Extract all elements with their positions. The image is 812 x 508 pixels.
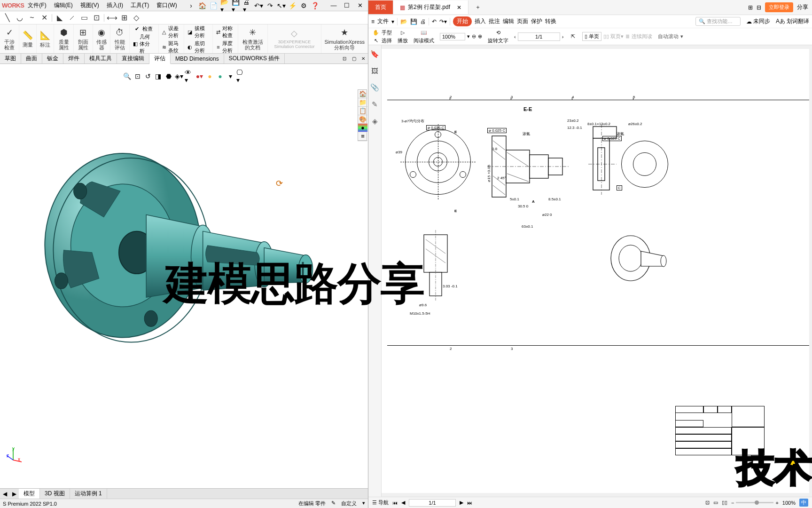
zoom-in-icon[interactable]: +	[775, 500, 778, 506]
ribbon-geometry[interactable]: ◧几何体分析	[132, 33, 156, 55]
redo-icon[interactable]: ↷	[265, 1, 275, 10]
ribbon-check-active[interactable]: ✳检查激活的文档	[238, 24, 268, 53]
arc-icon[interactable]: ◡	[15, 13, 24, 23]
pdf-page[interactable]: 2 3 4 5 E-E 3-⌀7均匀分布 ⌀ 0	[382, 49, 809, 493]
options-icon[interactable]: ⚙	[299, 1, 309, 10]
library-icon[interactable]: 📋	[358, 107, 367, 115]
grid-view-icon[interactable]: ⊞	[748, 4, 753, 11]
help-icon[interactable]: ❓	[311, 1, 320, 10]
single-page-button[interactable]: ▯ 单页	[582, 32, 601, 41]
ribbon-symmetry[interactable]: ⇄对称检查	[215, 24, 236, 40]
print-icon[interactable]: 🖨▾	[243, 1, 252, 10]
appearance-icon[interactable]: ●▾	[195, 71, 204, 81]
display-icon[interactable]: 🖵▾	[236, 71, 246, 81]
unsync-button[interactable]: ☁ 未同步	[746, 17, 770, 25]
zoom-slider[interactable]: − +	[731, 500, 779, 506]
inner-close-icon[interactable]: ✕	[359, 54, 368, 64]
rebuild-icon[interactable]: ⚡	[288, 1, 297, 10]
tab-mbd[interactable]: MBD Dimensions	[171, 54, 224, 64]
ribbon-interference[interactable]: ✓干涉检查	[0, 24, 19, 53]
fit-width-icon[interactable]: ⊡	[705, 500, 710, 506]
search-input[interactable]: 🔍 查找功能…	[695, 17, 741, 26]
inner-max-icon[interactable]: ▢	[349, 54, 359, 64]
next-tab-icon[interactable]: ▶	[9, 491, 19, 497]
read-mode-button[interactable]: 📖阅读模式	[414, 29, 434, 44]
bookmark-icon[interactable]: 🔖	[370, 50, 379, 58]
page-input[interactable]	[518, 32, 560, 41]
ribbon-section[interactable]: ⊞剖面属性	[74, 24, 93, 53]
new-icon[interactable]: 📄	[209, 1, 219, 10]
ribbon-mass[interactable]: ⬢质量属性	[54, 24, 73, 53]
units-label[interactable]: 自定义	[341, 500, 357, 507]
new-tab[interactable]: ＋	[468, 0, 487, 14]
tab-addins[interactable]: SOLIDWORKS 插件	[224, 54, 285, 64]
open-icon[interactable]: 📂▾	[220, 1, 230, 10]
tab-evaluate[interactable]: 评估	[149, 54, 171, 64]
view-orient-icon[interactable]: ⬣	[164, 71, 173, 81]
grid-icon[interactable]: ⊞	[119, 13, 129, 23]
continuous-button[interactable]: ≣ 连续阅读	[625, 33, 652, 40]
menu-tools[interactable]: 工具(T)	[127, 1, 153, 9]
ribbon-annotate[interactable]: 📐标注	[37, 24, 54, 53]
play-button[interactable]: ▷播放	[398, 29, 408, 44]
menu-edit[interactable]: 编辑(E)	[50, 1, 77, 9]
undo-icon[interactable]: ↶	[432, 18, 437, 25]
menu-insert[interactable]: 插入(I)	[103, 1, 127, 9]
sign-icon[interactable]: ✎	[372, 100, 378, 109]
line-icon[interactable]: ╲	[3, 13, 12, 23]
inner-restore-icon[interactable]: ⊡	[340, 54, 349, 64]
menu-window[interactable]: 窗口(W)	[153, 1, 180, 9]
prev-tab-icon[interactable]: ◀	[0, 491, 9, 497]
tab-close-icon[interactable]: ✕	[457, 4, 461, 11]
file-tab[interactable]: ▦ 第2例 行星架.pdf ✕	[393, 0, 468, 14]
ime-indicator[interactable]: 中	[799, 499, 808, 507]
protect-tab[interactable]: 保护	[531, 17, 542, 25]
ribbon-simxpress[interactable]: ★SimulationXpress 分析向导	[321, 24, 368, 53]
ribbon-draft[interactable]: ◪拔模分析	[186, 24, 211, 40]
select-tool[interactable]: ↖选择	[372, 37, 392, 44]
annotate-tab[interactable]: 批注	[489, 17, 500, 25]
tab-sketch[interactable]: 草图	[0, 54, 21, 64]
nav-toggle[interactable]: ☰ 导航	[372, 499, 389, 506]
tab-mold[interactable]: 模具工具	[85, 54, 117, 64]
home-tab[interactable]: 首页	[368, 0, 393, 14]
spline-icon[interactable]: ~	[27, 13, 37, 23]
corner-icon[interactable]: ◣	[55, 13, 64, 23]
thumbnails-icon[interactable]: 🖼	[371, 67, 378, 75]
ribbon-measure[interactable]: 📏测量	[19, 24, 37, 53]
section-view-icon[interactable]: ◨	[154, 71, 163, 81]
zoom-dropdown-icon[interactable]: ▾	[467, 33, 470, 40]
print-icon[interactable]: 🖨	[420, 18, 426, 25]
rect-icon[interactable]: ▭	[79, 13, 89, 23]
tab-3dview[interactable]: 3D 视图	[40, 489, 70, 499]
home-tab-icon[interactable]: 🏠	[358, 90, 367, 98]
maximize-button[interactable]: ☐	[341, 1, 353, 10]
insert-tab[interactable]: 插入	[475, 17, 486, 25]
display-style-icon[interactable]: ◈▾	[174, 71, 184, 81]
menu-view[interactable]: 视图(V)	[77, 1, 103, 9]
zoom-area-icon[interactable]: ⊡	[133, 71, 142, 81]
open-icon[interactable]: 📂	[400, 18, 407, 25]
save-icon[interactable]: 💾▾	[232, 1, 241, 10]
start-tab[interactable]: 开始	[453, 16, 472, 26]
edit-icon[interactable]: ✎	[331, 500, 336, 507]
last-page-icon[interactable]: ⏭	[467, 500, 472, 506]
view-palette-icon[interactable]: 🎨	[358, 115, 367, 124]
zoom-in-icon[interactable]: ⊕	[478, 33, 482, 40]
status-page-input[interactable]	[409, 499, 456, 507]
prev-page-icon[interactable]: ◀	[401, 500, 405, 506]
expand-icon[interactable]: ›	[187, 1, 196, 10]
prev-page-icon[interactable]: ‹	[514, 34, 516, 40]
prev-view-icon[interactable]: ↺	[143, 71, 153, 81]
rotate-button[interactable]: ⟲旋转文字	[488, 29, 508, 44]
resources-icon[interactable]: 📁	[358, 98, 367, 107]
facing-icon[interactable]: ▯▯	[722, 500, 727, 506]
first-page-icon[interactable]: ⏮	[392, 500, 398, 506]
edit-tab[interactable]: 编辑	[503, 17, 514, 25]
ribbon-sensor[interactable]: ◉传感器	[93, 24, 110, 53]
scene-icon[interactable]: ●	[205, 71, 215, 81]
file-menu[interactable]: 文件	[377, 17, 389, 25]
snap-icon[interactable]: ◇	[132, 13, 141, 23]
minimize-button[interactable]: —	[328, 1, 340, 10]
zoom-out-icon[interactable]: −	[731, 500, 734, 506]
